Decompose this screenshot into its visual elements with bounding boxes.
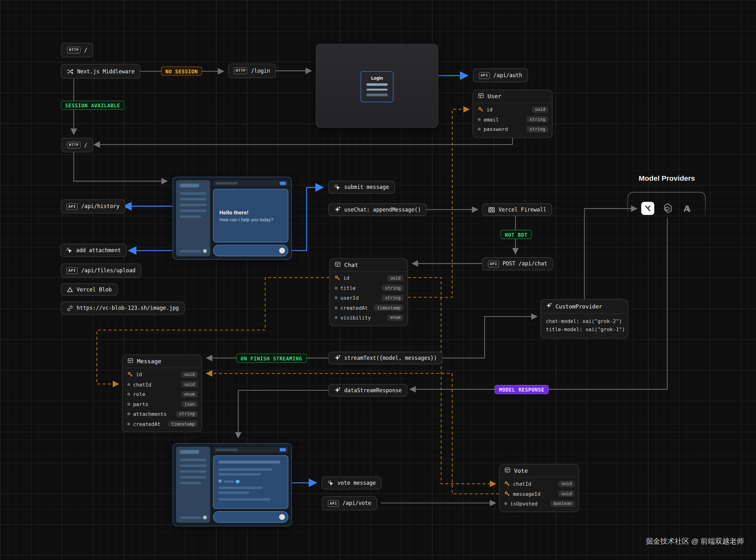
provider-title: CustomProvider [555, 303, 602, 310]
arrow-input-to-submit [289, 187, 323, 251]
chat-input-skeleton[interactable] [213, 245, 289, 257]
on-finish-streaming-badge[interactable]: ON FINISH STREAMING [236, 354, 307, 363]
api-vote-node[interactable]: API /api/vote [322, 496, 377, 510]
vercel-firewall-node[interactable]: Vercel Firewall [482, 203, 552, 216]
vote-handle-dot[interactable] [236, 480, 239, 483]
function-label: useChat: appendMessage() [344, 206, 421, 213]
table-row: createdAttimestamp [330, 303, 407, 313]
middleware-label: Next.js Middleware [77, 68, 135, 75]
model-chip [280, 448, 286, 452]
message-table[interactable]: Message iduuid chatIduuid roleenum parts… [122, 355, 202, 432]
chat-model-config: chat-model: xai("grok-2") [546, 317, 623, 325]
service-label: Vercel Firewall [499, 206, 546, 213]
add-attachment-node[interactable]: add attachment [60, 244, 127, 257]
user-table[interactable]: User iduuid emailstring passwordstring [472, 90, 553, 138]
table-row: titlestring [330, 283, 407, 293]
message-skeleton [218, 498, 270, 501]
message-skeleton [218, 473, 261, 476]
chat-topbar-skeleton [213, 447, 289, 453]
arrow-datastream-to-chatui2 [238, 390, 328, 438]
table-row: createdAttimestamp [122, 419, 201, 429]
chat-ui-preview[interactable]: Hello there! How can I help you today? [173, 177, 292, 260]
field-dot-icon [478, 118, 481, 121]
arrow-user-to-root [95, 135, 512, 144]
table-row: emailstring [473, 115, 552, 124]
chat-input-skeleton[interactable] [213, 511, 289, 523]
sparkle-icon [334, 206, 341, 213]
blob-url-node[interactable]: https://vc-blob-123.sh/image.jpg [61, 302, 185, 315]
vote-table[interactable]: Vote chatIduuid messageIduuid isUpvotedb… [499, 464, 579, 512]
api-label: /api/vote [343, 500, 371, 506]
login-button[interactable]: Login [371, 76, 383, 80]
post-api-chat-node[interactable]: API POST /api/chat [482, 257, 553, 270]
xai-logo[interactable] [641, 202, 654, 215]
custom-provider-node[interactable]: CustomProvider chat-model: xai("grok-2")… [541, 299, 628, 338]
table-row: isUpvotedboolean [500, 499, 579, 508]
login-card[interactable]: Login [361, 72, 393, 102]
field-dot-icon [127, 383, 130, 386]
no-session-badge[interactable]: NO SESSION [161, 66, 202, 76]
api-files-upload-node[interactable]: API /api/files/upload [61, 263, 141, 277]
diagram-canvas: HTTP / Next.js Middleware NO SESSION HTT… [0, 0, 756, 560]
key-icon [504, 481, 510, 487]
field-dot-icon [334, 297, 337, 299]
cursor-click-icon [327, 480, 334, 486]
chat-table[interactable]: Chat iduuid titlestring userIdstring cre… [329, 258, 408, 326]
session-available-badge[interactable]: SESSION AVAILABLE [61, 101, 124, 110]
datastream-node[interactable]: dataStreamResponse [328, 384, 407, 397]
field-dot-icon [478, 128, 481, 131]
api-chip: API [479, 72, 490, 79]
field-dot-icon [504, 502, 507, 505]
vercel-blob-node[interactable]: Vercel Blob [61, 283, 117, 296]
chat-topbar-skeleton [213, 180, 289, 186]
middleware-icon [66, 68, 74, 75]
table-row: visibilityenum [330, 313, 407, 322]
login-field-skeleton [366, 88, 387, 91]
table-row: passwordstring [473, 124, 552, 134]
table-title: Vote [514, 467, 528, 474]
arrow-streamtext-to-provider [438, 317, 537, 358]
send-button-icon[interactable] [279, 514, 285, 520]
table-icon [127, 358, 134, 365]
api-auth-node[interactable]: API /api/auth [473, 68, 528, 82]
api-history-node[interactable]: API /api/history [61, 200, 125, 214]
arrow-root-to-chatui [74, 152, 167, 181]
link-icon [66, 305, 73, 311]
login-screen-preview[interactable]: Login [316, 44, 439, 127]
http-chip: HTTP [67, 142, 81, 148]
table-icon [478, 93, 484, 100]
key-icon [504, 491, 510, 496]
greeting-subtitle: How can I help you today? [219, 217, 288, 222]
openai-logo[interactable] [661, 202, 674, 215]
not-bot-badge[interactable]: NOT BOT [501, 230, 532, 239]
table-icon [334, 261, 341, 269]
vote-message-node[interactable]: vote message [322, 477, 382, 489]
route-root-node[interactable]: HTTP / [61, 43, 93, 57]
model-response-badge[interactable]: MODEL RESPONSE [495, 385, 549, 394]
chat-ui-preview-2[interactable] [173, 443, 292, 526]
streamtext-node[interactable]: streamText({model, messages}) [328, 352, 443, 364]
route-root-node-2[interactable]: HTTP / [61, 138, 93, 152]
action-label: submit message [344, 184, 389, 191]
table-row: attachmentsstring [122, 409, 201, 419]
table-row: iduuid [330, 273, 407, 283]
usechat-node[interactable]: useChat: appendMessage() [328, 203, 427, 216]
anthropic-logo[interactable] [681, 202, 693, 215]
api-chip: API [66, 267, 78, 274]
route-label: / [84, 142, 87, 148]
table-title: Chat [344, 262, 358, 268]
key-icon [334, 275, 340, 281]
field-dot-icon [334, 306, 337, 309]
greeting-title: Hello there! [219, 209, 288, 215]
sparkle-icon [334, 387, 341, 394]
field-dot-icon [127, 393, 130, 396]
vercel-triangle-icon [66, 286, 73, 293]
route-login-node[interactable]: HTTP /login [228, 64, 276, 78]
submit-message-node[interactable]: submit message [328, 181, 395, 194]
model-providers-title: Model Providers [624, 174, 710, 182]
middleware-node[interactable]: Next.js Middleware [61, 64, 140, 79]
api-label: /api/auth [493, 73, 522, 79]
message-skeleton [218, 468, 272, 471]
function-label: streamText({model, messages}) [344, 355, 437, 361]
send-button-icon[interactable] [279, 248, 285, 254]
